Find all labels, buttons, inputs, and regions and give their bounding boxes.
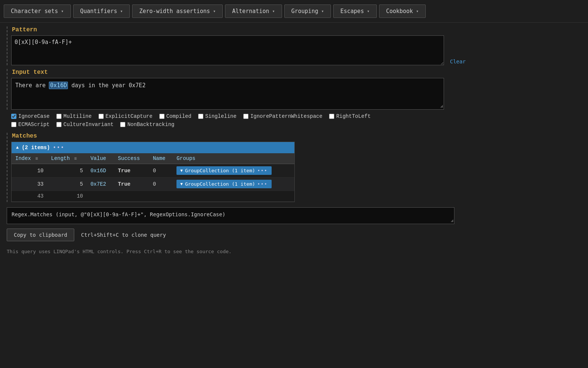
copy-to-clipboard-button[interactable]: Copy to clipboard <box>7 229 74 241</box>
top-nav: Character sets ▾ Quantifiers ▾ Zero-widt… <box>0 0 588 23</box>
matches-table: Index ≡ Length ≡ Value Success Name Grou… <box>12 153 294 202</box>
cell-groups-2: ▼ GroupCollection (1 item) ••• <box>173 177 294 191</box>
nav-zero-width[interactable]: Zero-width assertions ▾ <box>132 4 223 18</box>
nav-character-sets[interactable]: Character sets ▾ <box>4 4 71 18</box>
matches-header-row[interactable]: ▲ (2 items) ••• <box>12 142 294 153</box>
cell-name-2: 0 <box>149 177 173 191</box>
nav-quantifiers[interactable]: Quantifiers ▾ <box>73 4 130 18</box>
chevron-down-icon: ▾ <box>272 9 275 14</box>
input-highlight: 0x16D <box>49 82 68 89</box>
cell-value-1: 0x16D <box>87 164 114 177</box>
col-index: Index ≡ <box>12 153 47 164</box>
dots-icon[interactable]: ••• <box>53 145 65 151</box>
nav-alternation[interactable]: Alternation ▾ <box>225 4 282 18</box>
checkbox-ecmascript[interactable]: ECMAScript <box>11 122 50 128</box>
cell-name-3 <box>149 191 173 202</box>
group-collection-btn-1[interactable]: ▼ GroupCollection (1 item) ••• <box>176 166 271 175</box>
main-content: Pattern 0[xX][0-9a-fA-F]+ Clear Input te… <box>0 23 588 260</box>
cell-index-3: 43 <box>12 191 47 202</box>
matches-count: (2 items) <box>22 145 50 151</box>
checkbox-ignorecase[interactable]: IgnoreCase <box>11 113 50 119</box>
pattern-row: 0[xX][0-9a-fA-F]+ Clear <box>11 35 581 65</box>
cell-groups-1: ▼ GroupCollection (1 item) ••• <box>173 164 294 177</box>
pattern-section: Pattern 0[xX][0-9a-fA-F]+ Clear <box>7 26 581 65</box>
code-output-text: Regex.Matches (input, @"0[xX][0-9a-fA-F]… <box>12 211 225 217</box>
checkbox-explicitcapture[interactable]: ExplicitCapture <box>98 113 153 119</box>
checkbox-nonbacktracking[interactable]: NonBacktracking <box>120 122 174 128</box>
cell-length-1: 5 <box>47 164 87 177</box>
expand-icon: ▼ <box>180 182 183 186</box>
chevron-down-icon: ▾ <box>213 9 216 14</box>
pattern-label: Pattern <box>11 26 581 33</box>
copy-section: Copy to clipboard Ctrl+Shift+C to clone … <box>7 229 581 241</box>
cell-value-2: 0x7E2 <box>87 177 114 191</box>
cell-index-1: 10 <box>12 164 47 177</box>
dots-icon: ••• <box>257 168 268 173</box>
resize-handle[interactable]: ◢ <box>440 103 443 108</box>
table-row: 10 5 0x16D True 0 ▼ GroupCollection (1 i… <box>12 164 294 177</box>
clear-button[interactable]: Clear <box>448 58 468 65</box>
chevron-down-icon: ▾ <box>61 9 63 14</box>
nav-escapes[interactable]: Escapes ▾ <box>333 4 376 18</box>
cell-groups-3 <box>173 191 294 202</box>
input-text-section: Input text There are 0x16D days in the y… <box>7 69 581 110</box>
checkboxes-section: IgnoreCase Multiline ExplicitCapture Com… <box>7 113 581 128</box>
footer-note: This query uses LINQPad's HTML controls.… <box>7 246 581 257</box>
chevron-down-icon: ▾ <box>416 9 419 14</box>
expand-icon: ▼ <box>180 168 183 173</box>
dots-icon: ••• <box>257 182 268 187</box>
table-row-summary: 43 10 <box>12 191 294 202</box>
cell-length-3: 10 <box>47 191 87 202</box>
cell-success-1: True <box>114 164 149 177</box>
collapse-arrow-icon: ▲ <box>16 145 19 150</box>
menu-icon: ≡ <box>35 156 38 161</box>
group-collection-btn-2[interactable]: ▼ GroupCollection (1 item) ••• <box>176 180 271 188</box>
checkbox-row-1: IgnoreCase Multiline ExplicitCapture Com… <box>11 113 581 119</box>
chevron-down-icon: ▾ <box>120 9 123 14</box>
cell-success-2: True <box>114 177 149 191</box>
chevron-down-icon: ▾ <box>367 9 369 14</box>
cell-length-2: 5 <box>47 177 87 191</box>
table-header-row: Index ≡ Length ≡ Value Success Name Grou… <box>12 153 294 164</box>
checkbox-multiline[interactable]: Multiline <box>56 113 92 119</box>
shortcut-text: Ctrl+Shift+C to clone query <box>81 232 166 238</box>
cell-success-3 <box>114 191 149 202</box>
cell-name-1: 0 <box>149 164 173 177</box>
chevron-down-icon: ▾ <box>321 9 324 14</box>
cell-value-3 <box>87 191 114 202</box>
nav-cookbook[interactable]: Cookbook ▾ <box>379 4 426 18</box>
col-length: Length ≡ <box>47 153 87 164</box>
nav-grouping[interactable]: Grouping ▾ <box>284 4 331 18</box>
input-text-display[interactable]: There are 0x16D days in the year 0x7E2 ◢ <box>11 78 444 110</box>
checkbox-righttoleft[interactable]: RightToLeft <box>329 113 370 119</box>
code-output: Regex.Matches (input, @"0[xX][0-9a-fA-F]… <box>7 207 454 224</box>
checkbox-row-2: ECMAScript CultureInvariant NonBacktrack… <box>11 122 581 128</box>
checkbox-singleline[interactable]: Singleline <box>198 113 237 119</box>
col-success: Success <box>114 153 149 164</box>
input-text-label: Input text <box>11 69 581 76</box>
checkbox-ignorepatternwhitespace[interactable]: IgnorePatternWhitespace <box>243 113 322 119</box>
input-prefix: There are <box>15 82 49 89</box>
cell-index-2: 33 <box>12 177 47 191</box>
menu-icon: ≡ <box>74 156 77 161</box>
pattern-input[interactable]: 0[xX][0-9a-fA-F]+ <box>11 35 444 65</box>
checkbox-cultureinvariant[interactable]: CultureInvariant <box>56 122 113 128</box>
matches-label: Matches <box>11 133 581 139</box>
matches-table-wrapper: ▲ (2 items) ••• Index ≡ Length ≡ Value S… <box>11 142 295 202</box>
input-suffix: days in the year 0x7E2 <box>68 82 146 89</box>
checkbox-compiled[interactable]: Compiled <box>159 113 191 119</box>
col-name: Name <box>149 153 173 164</box>
matches-section: Matches ▲ (2 items) ••• Index ≡ Length ≡… <box>7 133 581 202</box>
col-groups: Groups <box>173 153 294 164</box>
resize-handle[interactable]: ◢ <box>451 218 453 223</box>
col-value: Value <box>87 153 114 164</box>
table-row: 33 5 0x7E2 True 0 ▼ GroupCollection (1 i… <box>12 177 294 191</box>
